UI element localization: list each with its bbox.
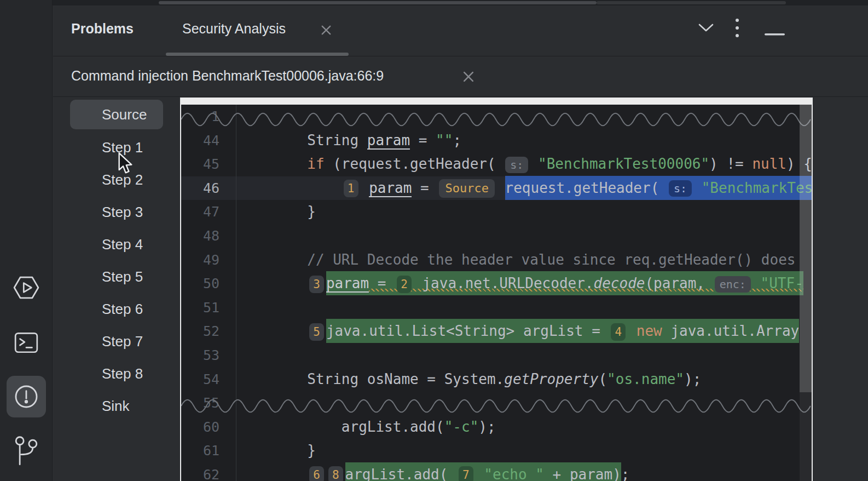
line-content: 68argList.add( 7 "echo " + param); bbox=[236, 463, 812, 481]
trace-step-badge[interactable]: 1 bbox=[344, 180, 358, 197]
code-line-45[interactable]: 45 if (request.getHeader( s: "BenchmarkT… bbox=[181, 152, 812, 176]
code-token bbox=[239, 156, 307, 172]
code-token bbox=[496, 180, 505, 196]
code-line-61[interactable]: 61 } bbox=[181, 439, 812, 463]
trace-step-badge[interactable]: 8 bbox=[328, 466, 343, 481]
step-label: Step 1 bbox=[102, 139, 143, 156]
step-label: Step 7 bbox=[102, 333, 143, 350]
code-token: String osName = System. bbox=[239, 371, 504, 387]
code-token bbox=[239, 323, 307, 339]
green-highlight: param = 2 java.net.URLDecoder.decode(par… bbox=[326, 271, 803, 295]
code-line-53[interactable]: 53 bbox=[181, 343, 812, 368]
vertical-scrollbar[interactable] bbox=[800, 105, 812, 481]
line-number: 60 bbox=[181, 415, 236, 439]
code-line-47[interactable]: 47 } bbox=[181, 200, 812, 224]
code-token: "os.name" bbox=[607, 371, 684, 387]
code-line-55[interactable]: 55 bbox=[181, 391, 812, 415]
trace-step-badge[interactable]: 4 bbox=[611, 323, 626, 341]
problems-panel: Problems Security Analysis bbox=[53, 5, 868, 481]
code-line-54[interactable]: 54 String osName = System.getProperty("o… bbox=[181, 368, 812, 392]
code-token: } bbox=[239, 203, 316, 220]
line-content: // URL Decode the header value since req… bbox=[236, 248, 812, 272]
step-item-step-3[interactable]: Step 3 bbox=[53, 196, 180, 228]
code-line-46[interactable]: 46 1 param = Source request.getHeader( s… bbox=[181, 176, 812, 201]
code-line-62[interactable]: 62 68argList.add( 7 "echo " + param); bbox=[181, 463, 812, 481]
step-item-source[interactable]: Source bbox=[53, 98, 180, 131]
terminal-icon[interactable] bbox=[0, 329, 53, 356]
code-token: ; bbox=[621, 466, 630, 481]
code-token: ( bbox=[598, 371, 607, 387]
trace-step-badge[interactable]: 3 bbox=[309, 276, 324, 293]
line-content bbox=[236, 343, 812, 368]
green-highlight: argList.add( 7 "echo " + param) bbox=[345, 462, 621, 481]
line-content: 5java.util.List<String> argList = 4 new … bbox=[236, 319, 812, 343]
step-label: Step 6 bbox=[102, 301, 143, 317]
code-token: String bbox=[239, 132, 367, 148]
trace-step-badge[interactable]: 2 bbox=[397, 276, 412, 293]
git-branch-icon[interactable] bbox=[0, 434, 53, 466]
trace-step-badge[interactable]: 5 bbox=[309, 323, 324, 341]
code-line-50[interactable]: 50 3param = 2 java.net.URLDecoder.decode… bbox=[181, 272, 812, 296]
code-token bbox=[693, 180, 702, 196]
tab-security-analysis[interactable]: Security Analysis bbox=[182, 21, 286, 37]
line-content: argList.add("-c"); bbox=[236, 415, 812, 439]
step-item-step-4[interactable]: Step 4 bbox=[53, 228, 180, 261]
line-number: 49 bbox=[181, 248, 236, 272]
line-content: String osName = System.getProperty("os.n… bbox=[236, 368, 812, 392]
code-line-52[interactable]: 52 5java.util.List<String> argList = 4 n… bbox=[181, 319, 812, 343]
code-line-44[interactable]: 44 String param = ""; bbox=[181, 129, 812, 153]
close-icon[interactable] bbox=[320, 24, 333, 39]
code-token bbox=[239, 180, 342, 196]
line-number: 44 bbox=[181, 129, 236, 153]
code-token: (request.getHeader( bbox=[325, 156, 505, 172]
trace-step-badge[interactable]: 7 bbox=[459, 466, 473, 481]
chevron-down-icon[interactable] bbox=[698, 22, 714, 36]
step-item-step-2[interactable]: Step 2 bbox=[53, 164, 180, 196]
code-token: + param) bbox=[544, 466, 621, 481]
code-token: request.getHeader( bbox=[505, 180, 668, 196]
line-number: 50 bbox=[181, 272, 236, 296]
line-content: } bbox=[236, 439, 812, 463]
code-line-1[interactable]: 1 bbox=[181, 105, 812, 129]
line-number: 46 bbox=[181, 176, 236, 201]
preview-top-strip bbox=[181, 98, 812, 105]
line-content bbox=[236, 296, 812, 320]
line-content: if (request.getHeader( s: "BenchmarkTest… bbox=[236, 152, 812, 176]
trace-step-badge[interactable]: 6 bbox=[309, 466, 324, 481]
trace-step-list: SourceStep 1Step 2Step 3Step 4Step 5Step… bbox=[53, 98, 180, 481]
step-item-step-1[interactable]: Step 1 bbox=[53, 131, 180, 164]
scrollbar-thumb[interactable] bbox=[800, 105, 812, 392]
code-line-60[interactable]: 60 argList.add("-c"); bbox=[181, 415, 812, 439]
step-item-step-8[interactable]: Step 8 bbox=[53, 358, 180, 390]
code-token bbox=[529, 156, 538, 172]
code-token: "-c" bbox=[444, 419, 479, 435]
code-line-49[interactable]: 49 // URL Decode the header value since … bbox=[181, 248, 812, 272]
horizontal-scrollbar-remnant[interactable] bbox=[159, 1, 597, 4]
code-token: java.util.Array bbox=[662, 323, 799, 339]
code-preview: 144 String param = "";45 if (request.get… bbox=[180, 98, 813, 481]
warning-squiggle-span: = 2 java.net.URLDecoder.decode(param, en… bbox=[369, 275, 803, 291]
minimize-icon[interactable] bbox=[765, 28, 785, 38]
code-line-48[interactable]: 48 bbox=[181, 224, 812, 248]
code-token: "" bbox=[436, 132, 453, 148]
step-item-step-5[interactable]: Step 5 bbox=[53, 261, 180, 293]
step-item-step-6[interactable]: Step 6 bbox=[53, 293, 180, 325]
code-token: param bbox=[326, 275, 369, 293]
source-tag[interactable]: Source bbox=[439, 179, 494, 198]
line-number: 61 bbox=[181, 439, 236, 463]
services-icon[interactable] bbox=[0, 274, 53, 301]
problems-icon[interactable] bbox=[0, 376, 53, 417]
code-token: } bbox=[239, 442, 316, 459]
step-item-sink[interactable]: Sink bbox=[53, 390, 180, 422]
step-item-step-7[interactable]: Step 7 bbox=[53, 325, 180, 358]
line-number: 53 bbox=[181, 343, 236, 368]
close-icon[interactable] bbox=[461, 70, 476, 86]
code-token: java.net.URLDecoder. bbox=[414, 275, 594, 291]
line-content bbox=[236, 224, 812, 248]
code-viewport[interactable]: 144 String param = "";45 if (request.get… bbox=[181, 105, 812, 481]
kebab-menu-icon[interactable] bbox=[734, 18, 740, 42]
parameter-hint: s: bbox=[505, 157, 528, 173]
parameter-hint: s: bbox=[669, 180, 692, 197]
step-label: Step 4 bbox=[102, 236, 143, 253]
code-line-51[interactable]: 51 bbox=[181, 296, 812, 320]
